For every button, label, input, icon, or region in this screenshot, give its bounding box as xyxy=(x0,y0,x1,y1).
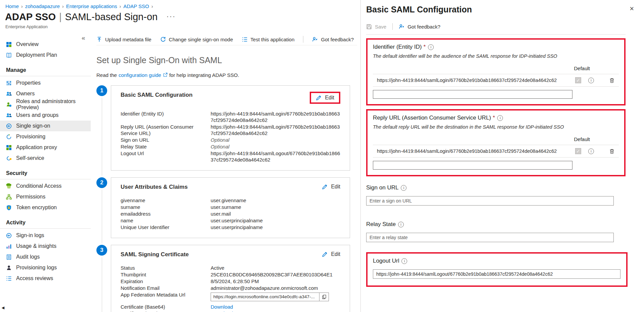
info-icon[interactable] xyxy=(398,222,404,227)
info-icon[interactable] xyxy=(428,44,434,50)
sidebar-item-deployment-plan[interactable]: Deployment Plan xyxy=(0,50,91,60)
close-icon[interactable]: × xyxy=(628,5,636,13)
delete-row-button[interactable] xyxy=(609,78,615,83)
logout-url-section: Logout Url xyxy=(366,252,628,287)
row-label: Unique User Identifier xyxy=(121,224,211,230)
edit-button[interactable]: Edit xyxy=(316,95,334,101)
identifier-url-value: https://john-4419:8444/samlLogin/67760b2… xyxy=(373,78,575,83)
sidebar-item-permissions[interactable]: Permissions xyxy=(0,191,91,202)
test-list-icon xyxy=(242,37,248,42)
sign-on-url-input[interactable] xyxy=(366,196,614,206)
external-link-icon xyxy=(163,73,168,77)
copy-button[interactable] xyxy=(319,293,329,301)
default-checkbox[interactable] xyxy=(575,77,581,83)
test-this-application-button[interactable]: Test this application xyxy=(242,37,295,42)
properties-icon xyxy=(6,80,12,86)
sidebar-item-overview[interactable]: Overview xyxy=(0,39,91,50)
breadcrumb-link-home[interactable]: Home xyxy=(5,3,19,9)
sidebar-item-label: Token encryption xyxy=(16,205,57,211)
breadcrumb-link-adap-sso[interactable]: ADAP SSO xyxy=(123,3,149,9)
default-checkbox[interactable] xyxy=(575,148,581,154)
info-icon[interactable] xyxy=(588,78,594,83)
sidebar-item-label: Users and groups xyxy=(16,112,58,118)
breadcrumb-separator: › xyxy=(21,4,23,9)
more-menu-icon[interactable]: ··· xyxy=(166,12,176,20)
breadcrumb-link-zohoadapazure[interactable]: zohoadapazure xyxy=(25,3,60,9)
sidebar-item-sign-in-logs[interactable]: Sign-in logs xyxy=(0,230,91,241)
info-icon[interactable] xyxy=(401,185,406,191)
download-link[interactable]: Download xyxy=(211,311,233,312)
sidebar-item-self-service[interactable]: Self-service xyxy=(0,153,91,164)
sso-icon xyxy=(6,123,12,129)
sidebar-item-label: Deployment Plan xyxy=(16,52,57,58)
identifier-new-input[interactable] xyxy=(373,90,572,99)
relay-state-input[interactable] xyxy=(366,233,614,242)
upload-icon xyxy=(96,37,102,42)
card-title: SAML Signing Certificate xyxy=(121,251,189,258)
scroll-left-arrow[interactable]: ◄ xyxy=(1,305,5,310)
sidebar-item-access-reviews[interactable]: Access reviews xyxy=(0,273,91,284)
got-feedback-button[interactable]: Got feedback? xyxy=(399,24,440,30)
azure-portal-page: Home›zohoadapazure›Enterprise applicatio… xyxy=(0,0,644,312)
sidebar-item-application-proxy[interactable]: Application proxy xyxy=(0,142,91,153)
row-value: Download xyxy=(211,304,340,310)
sidebar-item-audit-logs[interactable]: Audit logs xyxy=(0,252,91,262)
sidebar-item-single-sign-on[interactable]: Single sign-on xyxy=(0,121,91,131)
edit-button[interactable]: Edit xyxy=(322,251,340,257)
sidebar-item-provisioning-logs[interactable]: Provisioning logs xyxy=(0,262,91,273)
upload-metadata-file-button[interactable]: Upload metadata file xyxy=(96,37,152,42)
feedback-label: Got feedback? xyxy=(407,24,440,30)
sidebar-item-owners[interactable]: Owners xyxy=(0,88,91,99)
row-label: surname xyxy=(121,204,211,210)
people-icon xyxy=(6,113,12,118)
required-asterisk: * xyxy=(493,115,495,121)
sidebar-item-users-and-groups[interactable]: Users and groups xyxy=(0,110,91,121)
delete-row-button[interactable] xyxy=(609,148,615,154)
breadcrumb-link-enterprise-applications[interactable]: Enterprise applications xyxy=(66,3,117,9)
row-value: https://john-4419:8444/samlLogin/67760b2… xyxy=(211,124,340,136)
reply-url-field-label: Reply URL (Assertion Consumer Service UR… xyxy=(373,115,619,121)
sidebar-item-roles-and-administrators-preview[interactable]: Roles and administrators (Preview) xyxy=(0,99,91,110)
copy-icon xyxy=(322,295,327,299)
card-header: User Attributes & ClaimsEdit xyxy=(121,184,340,190)
sso-mode-title: SAML-based Sign-on xyxy=(65,11,158,22)
configuration-guide-link[interactable]: configuration guide xyxy=(119,72,161,78)
main-content: Upload metadata fileChange single sign-o… xyxy=(91,34,360,312)
breadcrumb-separator: › xyxy=(120,4,121,9)
info-icon[interactable] xyxy=(497,115,503,121)
download-link[interactable]: Download xyxy=(211,304,233,310)
change-single-sign-on-mode-button[interactable]: Change single sign-on mode xyxy=(160,37,233,42)
checklist-icon xyxy=(6,276,12,281)
sidebar-item-properties[interactable]: Properties xyxy=(0,78,91,88)
row-label: Certificate (Base64) xyxy=(121,304,211,310)
sidebar-item-usage-insights[interactable]: Usage & insights xyxy=(0,241,91,252)
reply-url-label: Reply URL (Assertion Consumer Service UR… xyxy=(373,115,491,121)
sidebar-item-conditional-access[interactable]: Conditional Access xyxy=(0,181,91,191)
reply-url-rows: https://john-4419:8444/samlLogin/67760b2… xyxy=(373,145,619,158)
sidebar-item-provisioning[interactable]: Provisioning xyxy=(0,131,91,142)
identifier-rows: https://john-4419:8444/samlLogin/67760b2… xyxy=(373,74,619,87)
sidebar-item-token-encryption[interactable]: Token encryption xyxy=(0,202,91,213)
breadcrumb-separator: › xyxy=(152,4,153,9)
row-label: Logout Url xyxy=(121,150,211,163)
sidebar-item-label: Provisioning xyxy=(16,134,45,140)
breadcrumb-separator: › xyxy=(62,4,64,9)
metadata-url-input[interactable] xyxy=(211,293,319,301)
identifier-section: Identifier (Entity ID) * The default ide… xyxy=(366,38,626,105)
feedback-icon xyxy=(399,24,404,30)
feedback-icon xyxy=(312,37,318,42)
card-rows: StatusActiveThumbprint25CE01CB0DC69465B2… xyxy=(121,265,340,312)
panel-title: Basic SAML Configuration xyxy=(366,5,634,14)
info-icon[interactable] xyxy=(588,148,594,154)
info-icon[interactable] xyxy=(401,258,407,264)
sidebar-item-label: Owners xyxy=(16,91,35,97)
reply-url-new-input[interactable] xyxy=(373,161,572,170)
save-icon xyxy=(366,24,372,30)
edit-button[interactable]: Edit xyxy=(322,184,340,190)
got-feedback-button[interactable]: Got feedback? xyxy=(312,37,354,42)
card-title: Basic SAML Configuration xyxy=(121,92,192,98)
save-button[interactable]: Save xyxy=(366,24,386,30)
row-value: https://john-4419:8444/samlLogout/67760b… xyxy=(211,150,340,163)
logout-url-input[interactable] xyxy=(373,269,620,279)
sidebar-item-label: Sign-in logs xyxy=(16,232,44,238)
